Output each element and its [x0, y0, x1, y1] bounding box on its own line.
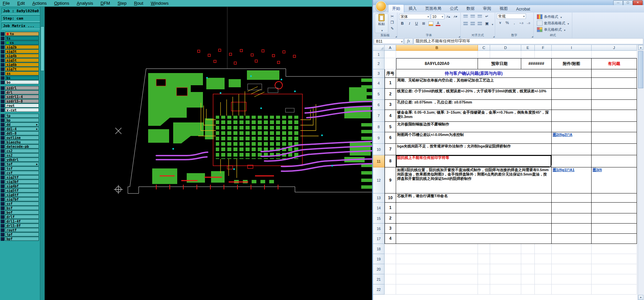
cell-figure-link[interactable]: 图1(fig1)'!A1 — [552, 167, 592, 193]
menu-edit[interactable]: Edit — [17, 1, 25, 6]
cell-content[interactable] — [396, 213, 552, 224]
merge-center-icon[interactable] — [484, 21, 490, 27]
percent-format-icon[interactable] — [504, 20, 510, 26]
cell[interactable] — [490, 264, 521, 274]
cell-problem-header[interactable]: 有问题 — [592, 58, 637, 69]
dialog-launcher-icon[interactable] — [458, 35, 460, 38]
dialog-launcher-icon[interactable] — [531, 35, 533, 38]
ribbon-tab-开始[interactable]: 开始 — [388, 4, 404, 13]
layer-visibility-toggle[interactable] — [1, 145, 4, 148]
ribbon-tab-插入[interactable]: 插入 — [405, 4, 421, 13]
cell[interactable] — [396, 284, 478, 295]
cell-content[interactable]: bga夹线间距不足，按常规评审办法制作；允许削bga保证阻焊桥制作 — [396, 144, 552, 155]
decrease-decimal-icon[interactable] — [525, 20, 532, 26]
cell[interactable] — [385, 244, 396, 254]
cell[interactable] — [592, 193, 637, 203]
font-name-select[interactable]: 宋体 — [399, 14, 430, 19]
cell[interactable] — [490, 244, 521, 254]
menu-actions[interactable]: Actions — [32, 1, 47, 6]
layer-item-dd[interactable]: dd◆ — [1, 122, 45, 126]
cell[interactable] — [592, 51, 637, 58]
cell-attachment-header[interactable]: 附件/附图 — [552, 58, 592, 69]
row-header-12[interactable]: 12 — [373, 167, 385, 193]
cell[interactable] — [552, 100, 592, 110]
grow-font-icon[interactable] — [445, 14, 452, 20]
cell-job-number[interactable]: 8A9YL020A0 — [396, 58, 478, 69]
layer-item-routf[interactable]: routf — [1, 228, 45, 232]
layer-item-sig6b[interactable]: sig6b — [1, 63, 45, 67]
layer-visibility-toggle[interactable] — [1, 41, 4, 45]
cell[interactable] — [490, 284, 521, 295]
column-header-B[interactable]: B — [396, 45, 478, 51]
layer-visibility-toggle[interactable] — [1, 224, 4, 228]
layer-visibility-toggle[interactable] — [1, 171, 4, 175]
cell-content[interactable]: 线宽公差: 小于10mil的线宽，线宽误差+/-20%，大于或等于10mil的线… — [396, 89, 552, 100]
cell[interactable] — [490, 254, 521, 264]
layer-visibility-toggle[interactable] — [1, 154, 4, 157]
row-header-16[interactable]: 16 — [373, 224, 385, 234]
cell[interactable] — [521, 254, 535, 264]
layer-visibility-toggle[interactable] — [1, 158, 4, 162]
column-header-C[interactable]: C — [478, 45, 490, 51]
layer-visibility-toggle[interactable] — [1, 91, 4, 94]
cell[interactable] — [521, 274, 535, 284]
row-header-10[interactable]: 10 — [373, 144, 385, 155]
borders-icon[interactable] — [420, 21, 427, 27]
layer-item-sig3bf[interactable]: sig3bf — [1, 180, 45, 184]
paste-button[interactable]: 粘贴 — [375, 14, 388, 33]
layer-visibility-toggle[interactable] — [1, 59, 4, 62]
cell[interactable] — [592, 69, 637, 78]
cell-content[interactable] — [396, 224, 552, 234]
layer-item-csf[interactable]: csf — [1, 171, 45, 175]
job-matrix-button[interactable]: Job Matrix ... — [1, 23, 41, 29]
layer-visibility-toggle[interactable] — [1, 193, 4, 197]
cell[interactable] — [552, 284, 592, 295]
layer-item-bpf[interactable]: bpf — [1, 237, 45, 241]
cell[interactable] — [552, 254, 592, 264]
layer-visibility-toggle[interactable] — [1, 220, 4, 223]
layer-visibility-toggle[interactable] — [1, 189, 4, 192]
cell[interactable] — [385, 264, 396, 274]
row-header-1[interactable]: 1 — [373, 51, 385, 58]
layer-item-tof[interactable]: tof◆ — [1, 162, 45, 166]
scrollbar-thumb[interactable] — [41, 26, 44, 71]
row-header-2[interactable]: 2 — [373, 58, 385, 69]
cell-figure-link[interactable]: 图3(fi — [592, 167, 637, 193]
cell-content[interactable]: 孔径公差: ±0.075mm ，孔位公差: ±0.075mm — [396, 100, 552, 110]
menu-options[interactable]: Options — [54, 1, 69, 6]
insert-function-button[interactable]: fx — [404, 38, 413, 44]
layer-visibility-toggle[interactable] — [1, 136, 4, 140]
scroll-down-icon[interactable] — [638, 295, 643, 300]
minimize-button[interactable] — [613, 0, 623, 5]
select-all-corner[interactable] — [373, 45, 385, 51]
cell[interactable] — [478, 284, 490, 295]
cell-seq[interactable]: 9 — [385, 167, 396, 193]
layer-visibility-toggle[interactable] — [1, 86, 4, 90]
column-header-I[interactable]: I — [552, 45, 592, 51]
cell[interactable] — [396, 244, 478, 254]
layer-visibility-toggle[interactable] — [1, 211, 4, 214]
layer-visibility-toggle[interactable] — [1, 233, 4, 236]
layer-item-ssf[interactable]: ssf — [1, 202, 45, 206]
pcb-canvas[interactable] — [45, 7, 372, 300]
format-painter-icon[interactable] — [389, 26, 395, 32]
layer-item-sig2tf[interactable]: sig2tf — [1, 175, 45, 179]
cell[interactable] — [552, 155, 592, 167]
cell[interactable] — [385, 51, 396, 58]
cell[interactable] — [552, 122, 592, 132]
cell[interactable] — [592, 264, 637, 274]
cell-content[interactable]: 允许极限削铜板边按不露铜制作 — [396, 122, 552, 132]
cell[interactable] — [592, 244, 637, 254]
layer-visibility-toggle[interactable] — [1, 114, 4, 118]
underline-icon[interactable] — [413, 21, 420, 27]
selected-cell[interactable]: 阻抗线上不能有任何丝印字符等 — [396, 155, 552, 167]
cell[interactable] — [592, 122, 637, 132]
layer-visibility-toggle[interactable] — [1, 162, 4, 166]
cell[interactable] — [396, 264, 478, 274]
ribbon-tab-审阅[interactable]: 审阅 — [479, 4, 495, 13]
cell[interactable] — [385, 274, 396, 284]
layer-item-datecode-pb[interactable]: datecode-pb — [1, 144, 45, 148]
align-center-icon[interactable] — [470, 22, 475, 25]
cell-seq[interactable]: 2 — [385, 213, 396, 224]
layer-item-v-cut[interactable]: v-cut — [1, 108, 45, 112]
